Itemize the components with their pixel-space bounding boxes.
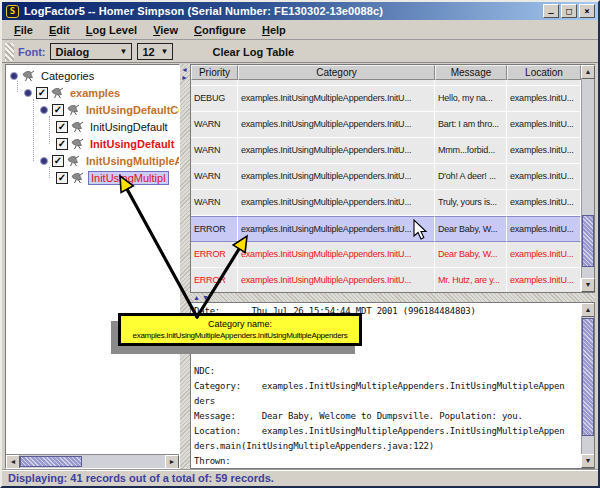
split-divider-vertical[interactable]: ◄ ► xyxy=(180,64,190,469)
menu-edit[interactable]: Edit xyxy=(41,22,78,38)
close-button[interactable]: × xyxy=(579,4,595,18)
toolbar: Font: Dialog ▼ 12 ▼ Clear Log Table xyxy=(2,41,598,63)
cell-location: examples.InitU... xyxy=(507,138,581,164)
tree-horizontal-scrollbar[interactable]: ◄ ► xyxy=(6,454,179,468)
right-panel: Priority Category Message Location DEBUG… xyxy=(190,64,595,469)
toolbar-grip[interactable] xyxy=(5,43,14,61)
table-row[interactable]: DEBUG examples.InitUsingMultipleAppender… xyxy=(191,86,581,112)
scroll-down-icon[interactable]: ▼ xyxy=(581,454,595,468)
tree-checkbox[interactable]: ✓ xyxy=(52,104,64,116)
tree-checkbox[interactable]: ✓ xyxy=(56,138,68,150)
menu-help[interactable]: Help xyxy=(254,22,294,38)
detail-vertical-scrollbar[interactable]: ▲ ▼ xyxy=(581,303,594,468)
cell-priority: ERROR xyxy=(191,216,238,242)
scrollbar-thumb[interactable] xyxy=(20,456,82,467)
cell-priority: DEBUG xyxy=(191,86,238,112)
cell-category: examples.InitUsingMultipleAppenders.Init… xyxy=(238,138,435,164)
maximize-button[interactable]: □ xyxy=(561,4,577,18)
menu-log-level[interactable]: Log Level xyxy=(78,22,145,38)
column-header-priority[interactable]: Priority xyxy=(191,65,238,80)
tree-node-initusingdefault-1[interactable]: ✓ InitUsingDefault xyxy=(6,118,179,135)
table-vertical-scrollbar[interactable]: ▲ ▼ xyxy=(581,65,594,292)
scroll-up-icon[interactable]: ▲ xyxy=(581,303,595,317)
table-row[interactable]: ERROR examples.InitUsingMultipleAppender… xyxy=(191,268,581,292)
category-dish-icon xyxy=(67,155,81,167)
scrollbar-thumb[interactable] xyxy=(582,215,594,267)
category-dish-icon xyxy=(67,104,81,116)
cell-message: Mr. Hutz, are y... xyxy=(435,268,507,292)
tree-checkbox[interactable]: ✓ xyxy=(52,155,64,167)
cell-category: examples.InitUsingMultipleAppenders.Init… xyxy=(238,268,435,292)
cell-message: Dear Baby, W... xyxy=(435,242,507,268)
callout-text: examples.InitUsingMultipleAppenders.Init… xyxy=(122,330,358,341)
category-dish-icon xyxy=(71,138,85,150)
tree-node-initusingmultipleap[interactable]: ✓ InitUsingMultipleAp xyxy=(6,152,179,169)
tree-node-label: Categories xyxy=(39,70,96,82)
category-callout: Category name: examples.InitUsingMultipl… xyxy=(118,313,362,346)
font-family-value: Dialog xyxy=(55,46,89,58)
cell-category: examples.InitUsingMultipleAppenders.Init… xyxy=(238,242,435,268)
table-row[interactable]: WARN examples.InitUsingMultipleAppenders… xyxy=(191,190,581,216)
tree-node-categories[interactable]: Categories xyxy=(6,67,179,84)
tree-node-initusingdefaultconf[interactable]: ✓ InitUsingDefaultCon xyxy=(6,101,179,118)
column-header-category[interactable]: Category xyxy=(238,65,435,80)
column-header-location[interactable]: Location xyxy=(507,65,581,80)
window-controls: _ □ × xyxy=(543,4,595,18)
tree-expand-handle-icon[interactable] xyxy=(24,89,32,97)
tree-expand-handle-icon[interactable] xyxy=(40,106,48,114)
font-family-select[interactable]: Dialog ▼ xyxy=(50,43,132,60)
tree-checkbox[interactable]: ✓ xyxy=(56,172,68,184)
scroll-right-icon[interactable]: ► xyxy=(165,455,179,469)
cell-category: examples.InitUsingMultipleAppenders.Init… xyxy=(238,164,435,190)
cell-message: Mmm...forbid... xyxy=(435,138,507,164)
table-row[interactable]: ERROR examples.InitUsingMultipleAppender… xyxy=(191,242,581,268)
app-window: S LogFactor5 -- Homer Simpson (Serial Nu… xyxy=(0,0,600,488)
table-row[interactable]: WARN examples.InitUsingMultipleAppenders… xyxy=(191,138,581,164)
cell-priority: ERROR xyxy=(191,242,238,268)
title-bar[interactable]: S LogFactor5 -- Homer Simpson (Serial Nu… xyxy=(2,2,598,20)
table-row[interactable]: WARN examples.InitUsingMultipleAppenders… xyxy=(191,164,581,190)
cell-location: examples.InitU... xyxy=(507,86,581,112)
tree-checkbox[interactable]: ✓ xyxy=(36,87,48,99)
collapse-up-icon[interactable]: ▲ xyxy=(193,293,200,302)
font-size-select[interactable]: 12 ▼ xyxy=(137,43,173,60)
scroll-left-icon[interactable]: ◄ xyxy=(6,455,20,469)
clear-log-table-button[interactable]: Clear Log Table xyxy=(206,44,300,60)
cell-message: Truly, yours is... xyxy=(435,190,507,216)
cell-message: Bart: I am thro... xyxy=(435,112,507,138)
scrollbar-thumb[interactable] xyxy=(582,318,594,436)
tree-checkbox[interactable]: ✓ xyxy=(56,121,68,133)
menu-configure[interactable]: Configure xyxy=(186,22,254,38)
tree-expand-handle-icon[interactable] xyxy=(40,157,48,165)
table-row-selected[interactable]: ERROR examples.InitUsingMultipleAppender… xyxy=(191,216,581,242)
menu-view[interactable]: View xyxy=(145,22,186,38)
tree-node-label: InitUsingMultipl xyxy=(88,171,169,185)
cell-category: examples.InitUsingMultipleAppenders.Init… xyxy=(238,112,435,138)
minimize-button[interactable]: _ xyxy=(543,4,559,18)
collapse-down-icon[interactable]: ▼ xyxy=(202,293,209,302)
tree-expand-handle-icon[interactable] xyxy=(10,72,18,80)
table-row[interactable]: WARN examples.InitUsingMultipleAppenders… xyxy=(191,112,581,138)
category-dish-icon xyxy=(22,70,36,82)
column-header-message[interactable]: Message xyxy=(435,65,507,80)
split-divider-horizontal[interactable]: ▲ ▼ xyxy=(190,293,595,302)
collapse-left-icon[interactable]: ◄ xyxy=(181,66,188,73)
scroll-down-icon[interactable]: ▼ xyxy=(581,278,595,292)
menu-file[interactable]: File xyxy=(6,22,41,38)
tree-node-initusingdefault-2[interactable]: ✓ InitUsingDefault xyxy=(6,135,179,152)
cell-location: examples.InitU... xyxy=(507,164,581,190)
cell-category: examples.InitUsingMultipleAppenders.Init… xyxy=(238,190,435,216)
main-area: Categories ✓ examples ✓ InitUsingDefault… xyxy=(2,64,598,469)
tree-node-examples[interactable]: ✓ examples xyxy=(6,84,179,101)
menu-bar: File Edit Log Level View Configure Help xyxy=(2,20,598,40)
collapse-right-icon[interactable]: ► xyxy=(181,74,188,81)
log-table: Priority Category Message Location DEBUG… xyxy=(190,64,595,293)
tree-node-initusingmultipl-selected[interactable]: ✓ InitUsingMultipl xyxy=(6,169,179,186)
window-title: LogFactor5 -- Homer Simpson (Serial Numb… xyxy=(24,5,543,17)
cell-priority: WARN xyxy=(191,112,238,138)
cell-location: examples.InitU... xyxy=(507,216,581,242)
cell-priority: WARN xyxy=(191,138,238,164)
status-text: Displaying: 41 records out of a total of… xyxy=(8,472,274,484)
scroll-up-icon[interactable]: ▲ xyxy=(581,65,595,79)
cell-message: D'oh! A deer! ... xyxy=(435,164,507,190)
